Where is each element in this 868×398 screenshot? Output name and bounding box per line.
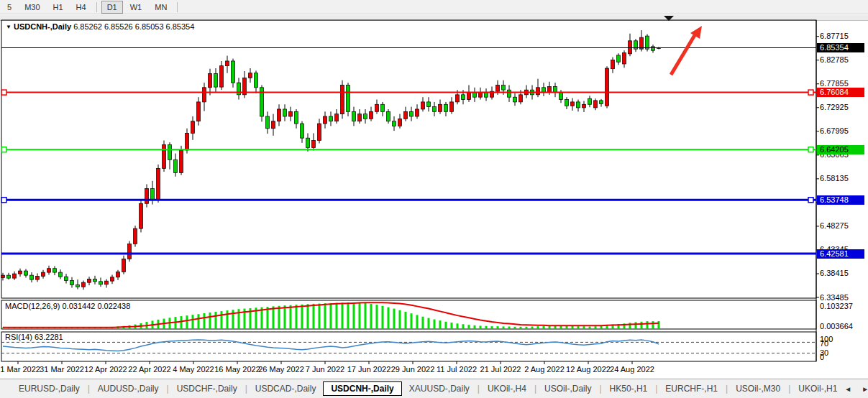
candle-body bbox=[439, 104, 442, 111]
symbol-tab-xauusd[interactable]: XAUUSD-,Daily bbox=[402, 381, 477, 396]
candle-body bbox=[283, 109, 287, 116]
timeframe-button-mn[interactable]: MN bbox=[149, 1, 173, 14]
tab-separator: | bbox=[655, 384, 657, 394]
timeframe-button-5[interactable]: 5 bbox=[1, 1, 17, 14]
macd-histogram-bar bbox=[416, 315, 419, 328]
macd-histogram-bar bbox=[612, 325, 614, 328]
macd-histogram-bar bbox=[117, 326, 119, 328]
timeframe-button-m30[interactable]: M30 bbox=[19, 1, 45, 14]
toolbar-divider bbox=[177, 2, 178, 12]
y-axis-tick-label: 6.38415 bbox=[820, 269, 849, 277]
macd-histogram-bar bbox=[238, 309, 240, 328]
timeframe-button-w1[interactable]: W1 bbox=[124, 1, 148, 14]
collapse-indicator-icon[interactable]: ▼ bbox=[6, 24, 12, 30]
macd-histogram-bar bbox=[359, 302, 361, 328]
tab-scroll-right-icon[interactable]: ► bbox=[862, 385, 868, 393]
candle-body bbox=[70, 280, 74, 284]
candle-body bbox=[111, 277, 114, 281]
macd-histogram-bar bbox=[365, 303, 367, 328]
symbol-tab-usoil[interactable]: USOil-,Daily bbox=[537, 381, 598, 396]
tab-separator: | bbox=[599, 384, 601, 394]
candle-body bbox=[209, 73, 212, 87]
candle-body bbox=[525, 90, 529, 95]
candle-body bbox=[53, 269, 57, 272]
macd-histogram-bar bbox=[319, 304, 321, 328]
candle-body bbox=[548, 86, 552, 92]
macd-histogram-bar bbox=[77, 328, 79, 328]
candle-body bbox=[502, 85, 506, 90]
candle-body bbox=[416, 109, 419, 116]
timeframe-button-h4[interactable]: H4 bbox=[70, 1, 92, 14]
macd-histogram-bar bbox=[192, 315, 194, 328]
symbol-tab-usoil[interactable]: USOil-,M30 bbox=[728, 381, 787, 396]
x-axis-date-label: 29 Jun 2022 bbox=[383, 365, 443, 374]
symbol-tab-audusd[interactable]: AUDUSD-,Daily bbox=[91, 381, 166, 396]
candle-body bbox=[174, 159, 178, 172]
symbol-tab-usdchf[interactable]: USDCHF-,Daily bbox=[170, 381, 245, 396]
macd-histogram-bar bbox=[439, 320, 442, 328]
candle-body bbox=[375, 104, 379, 111]
macd-histogram-bar bbox=[244, 309, 246, 328]
macd-histogram-bar bbox=[19, 327, 22, 328]
y-axis-tick-label: 6.63065 bbox=[820, 150, 849, 159]
candle-body bbox=[255, 73, 258, 88]
candle-body bbox=[329, 116, 333, 121]
candle-body bbox=[122, 259, 126, 272]
macd-axis-min: 0.003664 bbox=[820, 322, 853, 330]
x-axis-date-label: 17 Jun 2022 bbox=[339, 365, 399, 374]
macd-histogram-bar bbox=[221, 311, 223, 328]
y-axis-tick-label: 6.33485 bbox=[820, 293, 849, 302]
timeframe-button-h1[interactable]: H1 bbox=[47, 1, 69, 14]
trend-arrow-annotation bbox=[671, 35, 695, 75]
candle-body bbox=[145, 189, 149, 204]
symbol-tab-eurchf[interactable]: EURCHF-,H1 bbox=[658, 381, 725, 396]
rsi-axis-tick-label: 0 bbox=[820, 353, 824, 361]
candle-body bbox=[588, 98, 592, 104]
macd-histogram-bar bbox=[658, 321, 660, 328]
candle-body bbox=[318, 124, 321, 140]
macd-histogram-bar bbox=[14, 328, 16, 328]
candle-body bbox=[272, 121, 275, 129]
symbol-tab-usdcnh[interactable]: USDCNH-,Daily bbox=[323, 381, 401, 396]
x-axis-date-label: 2 Aug 2022 bbox=[514, 365, 575, 374]
symbol-tab-eurusd[interactable]: EURUSD-,Daily bbox=[12, 381, 87, 396]
candle-body bbox=[220, 66, 224, 87]
candle-body bbox=[583, 104, 586, 108]
candle-body bbox=[617, 55, 621, 62]
candle-body bbox=[542, 88, 546, 93]
candle-body bbox=[594, 101, 598, 108]
candle-body bbox=[168, 145, 172, 160]
candle-body bbox=[341, 85, 344, 114]
candle-body bbox=[76, 285, 80, 287]
macd-histogram-bar bbox=[152, 320, 154, 328]
trend-arrow-head bbox=[690, 26, 702, 39]
macd-histogram-bar bbox=[8, 328, 10, 328]
macd-histogram-bar bbox=[100, 328, 102, 328]
tab-separator: | bbox=[726, 384, 728, 394]
candle-body bbox=[82, 282, 86, 287]
macd-histogram-bar bbox=[140, 323, 142, 328]
trading-terminal: { "toolbar": { "timeframes": ["5","M30",… bbox=[0, 0, 868, 398]
candle-body bbox=[232, 61, 235, 83]
macd-histogram-bar bbox=[411, 313, 413, 328]
symbol-tab-hk50[interactable]: HK50-,H1 bbox=[603, 381, 655, 396]
candle-body bbox=[186, 133, 189, 149]
candle-body bbox=[24, 271, 28, 275]
tab-scroll-left-icon[interactable]: ◄ bbox=[844, 385, 851, 393]
candle-body bbox=[163, 145, 166, 169]
timeframe-button-d1[interactable]: D1 bbox=[101, 1, 123, 14]
macd-histogram-bar bbox=[175, 317, 177, 328]
level-line-handle bbox=[1, 147, 6, 152]
level-line-handle bbox=[1, 90, 6, 95]
macd-histogram-bar bbox=[250, 308, 252, 328]
candle-body bbox=[444, 104, 448, 111]
macd-histogram-bar bbox=[554, 325, 557, 328]
symbol-tab-ukoil[interactable]: UKOil-,H1 bbox=[791, 381, 844, 396]
symbol-tab-ukoil[interactable]: UKOil-,H4 bbox=[480, 381, 534, 396]
candle-body bbox=[151, 189, 155, 200]
candle-body bbox=[450, 102, 454, 111]
symbol-tab-usdcad[interactable]: USDCAD-,Daily bbox=[248, 381, 324, 396]
macd-histogram-bar bbox=[434, 320, 436, 328]
price-level-tag: 6.85354 bbox=[817, 43, 864, 52]
macd-histogram-bar bbox=[146, 322, 148, 328]
